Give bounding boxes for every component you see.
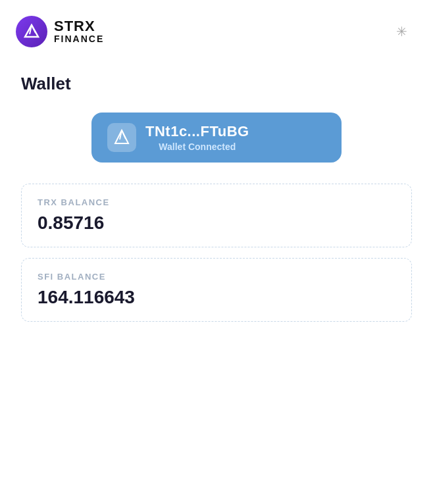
- sun-icon: ✳: [396, 24, 407, 39]
- logo-finance: FINANCE: [54, 34, 104, 44]
- theme-toggle-button[interactable]: ✳: [391, 21, 412, 42]
- sfi-balance-card: SFI BALANCE 164.116643: [21, 258, 412, 322]
- logo-icon: [16, 16, 47, 47]
- wallet-icon-bg: [107, 123, 136, 152]
- trx-balance-card: TRX BALANCE 0.85716: [21, 184, 412, 247]
- logo: STRX FINANCE: [16, 16, 104, 47]
- svg-line-5: [122, 130, 126, 139]
- wallet-btn-text: TNt1c...FTuBG Wallet Connected: [145, 123, 249, 152]
- sfi-balance-value: 164.116643: [38, 287, 395, 308]
- main-content: Wallet TNt1c...FTuBG Wallet Connected TR…: [0, 58, 433, 348]
- section-title: Wallet: [21, 74, 412, 94]
- trx-balance-label: TRX BALANCE: [38, 197, 395, 207]
- logo-text: STRX FINANCE: [54, 18, 104, 45]
- sfi-balance-label: SFI BALANCE: [38, 272, 395, 282]
- wallet-connected-button[interactable]: TNt1c...FTuBG Wallet Connected: [91, 113, 342, 163]
- wallet-address: TNt1c...FTuBG: [145, 123, 249, 140]
- app-header: STRX FINANCE ✳: [0, 0, 433, 58]
- trx-balance-value: 0.85716: [38, 213, 395, 234]
- logo-strx: STRX: [54, 18, 104, 34]
- svg-line-2: [32, 25, 36, 33]
- wallet-status: Wallet Connected: [145, 141, 249, 152]
